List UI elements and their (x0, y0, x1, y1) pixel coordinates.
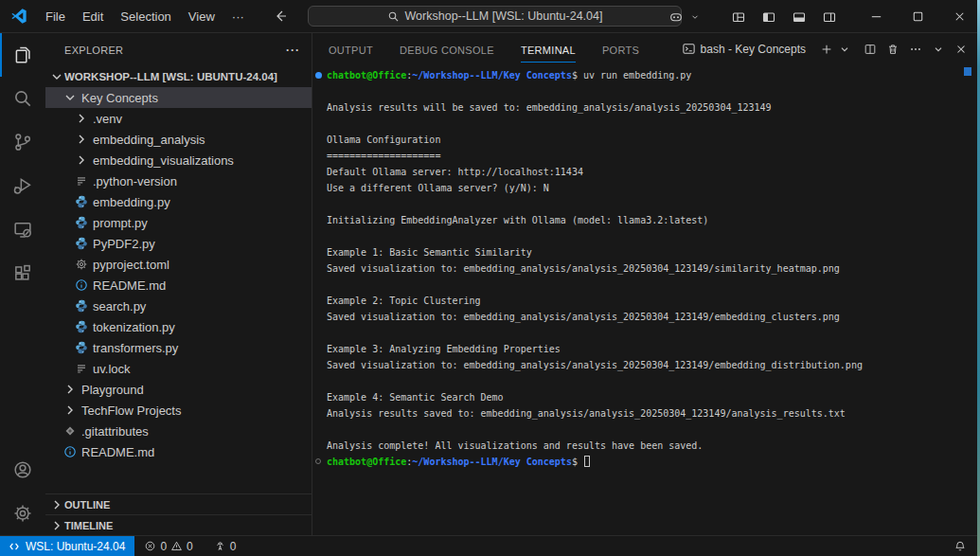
tree-item-label: Key Concepts (81, 91, 158, 105)
tree-item-embedding-visualizations[interactable]: embedding_visualizations (45, 150, 312, 170)
tree-item-search-py[interactable]: search.py (45, 296, 312, 316)
outline-section-header[interactable]: OUTLINE (45, 493, 312, 514)
tree-item-label: prompt.py (93, 216, 148, 230)
panel-tab-terminal[interactable]: TERMINAL (521, 38, 576, 63)
copilot-button[interactable] (662, 4, 700, 30)
terminal-line (312, 325, 980, 341)
explorer-more-actions-icon[interactable]: ··· (286, 44, 300, 57)
new-terminal-button[interactable] (815, 38, 838, 61)
command-success-marker (315, 72, 322, 79)
menu-edit[interactable]: Edit (74, 7, 112, 27)
python-icon (74, 194, 89, 209)
search-icon (12, 88, 33, 109)
panel-tab-ports[interactable]: PORTS (602, 38, 639, 62)
tree-item-embedding-py[interactable]: embedding.py (45, 191, 312, 212)
terminal-line: Saved visualization to: embedding_analys… (312, 357, 980, 373)
notifications-bell-icon[interactable] (953, 540, 967, 553)
tree-item-venv[interactable]: .venv (45, 108, 312, 129)
activity-explorer[interactable] (0, 33, 45, 77)
tree-item-uv-lock[interactable]: uv.lock (45, 358, 312, 379)
tree-item-label: .python-version (93, 174, 177, 188)
panel-tab-debug-console[interactable]: DEBUG CONSOLE (400, 38, 494, 62)
python-icon (74, 215, 89, 230)
activity-source-control[interactable] (0, 120, 45, 164)
tree-item-techflow-projects[interactable]: TechFlow Projects (45, 400, 312, 421)
activity-settings[interactable] (0, 492, 45, 535)
close-button[interactable] (938, 0, 980, 33)
chevron-right-icon (49, 497, 64, 512)
more-actions-icon[interactable] (904, 38, 927, 61)
nav-back-icon[interactable] (266, 3, 294, 29)
explorer-title: EXPLORER (64, 45, 123, 56)
terminal-line (312, 421, 980, 438)
activity-remote-explorer[interactable] (0, 207, 45, 251)
menu-view[interactable]: View (180, 7, 223, 27)
terminal-output[interactable]: chatbot@Office:~/Workshop--LLM/Key Conce… (312, 64, 980, 535)
toggle-secondary-sidebar-icon[interactable] (815, 4, 844, 30)
radio-tower-icon (214, 540, 226, 552)
split-terminal-button[interactable] (859, 38, 882, 61)
toggle-panel-icon[interactable] (785, 4, 813, 30)
tree-item-label: embedding.py (93, 195, 170, 209)
warning-icon (170, 540, 183, 552)
hide-panel-chevron-icon[interactable] (927, 38, 950, 61)
kill-terminal-button[interactable] (882, 38, 904, 61)
customize-layout-icon[interactable] (724, 4, 753, 30)
tree-item-readme-md[interactable]: README.md (45, 275, 312, 296)
terminal-session-label[interactable]: bash - Key Concepts (682, 42, 806, 56)
extensions-icon (12, 262, 33, 283)
ports-indicator[interactable]: 0 (214, 540, 237, 553)
activity-search[interactable] (0, 77, 45, 120)
tree-item-pyproject-toml[interactable]: pyproject.toml (45, 254, 312, 275)
tree-item-prompt-py[interactable]: prompt.py (45, 212, 312, 233)
command-center[interactable]: Workshop--LLM [WSL: Ubuntu-24.04] (308, 6, 682, 27)
terminal-line: Saved visualization to: embedding_analys… (312, 260, 980, 277)
terminal-cursor (584, 456, 590, 467)
minimize-button[interactable] (855, 0, 897, 33)
tree-item-label: embedding_visualizations (93, 153, 234, 168)
maximize-button[interactable] (897, 0, 938, 33)
tree-item-embedding-analysis[interactable]: embedding_analysis (45, 129, 312, 150)
menu-file[interactable]: File (37, 7, 74, 27)
chevron-right-icon (74, 132, 89, 147)
timeline-section-header[interactable]: TIMELINE (45, 514, 312, 535)
terminal-line: Analysis complete! All visualizations an… (312, 438, 980, 454)
tree-item-key-concepts[interactable]: Key Concepts (45, 87, 312, 108)
panel-tabs: OUTPUTDEBUG CONSOLETERMINALPORTS (329, 41, 666, 58)
terminal-line: Saved visualization to: embedding_analys… (312, 309, 980, 325)
tree-item-python-version[interactable]: .python-version (45, 170, 312, 191)
remote-indicator[interactable]: WSL: Ubuntu-24.04 (0, 536, 134, 556)
bottom-panel: OUTPUTDEBUG CONSOLETERMINALPORTS bash - … (312, 33, 980, 535)
tree-item-pypdf2-py[interactable]: PyPDF2.py (45, 233, 312, 254)
problems-indicator[interactable]: 0 0 (144, 540, 192, 553)
tree-item-label: tokenization.py (93, 320, 175, 334)
menu-selection[interactable]: Selection (112, 7, 179, 27)
copilot-icon (662, 4, 690, 30)
python-icon (74, 298, 89, 314)
terminal-line (312, 116, 980, 132)
toggle-primary-sidebar-icon[interactable] (755, 4, 783, 30)
terminal-line: Default Ollama server: http://localhost:… (312, 164, 980, 180)
chevron-right-icon (62, 403, 78, 418)
panel-tab-output[interactable]: OUTPUT (329, 38, 373, 62)
activity-accounts[interactable] (0, 448, 45, 492)
tree-item-playground[interactable]: Playground (45, 379, 312, 400)
tree-item-gitattributes[interactable]: .gitattributes (45, 421, 312, 441)
search-icon (387, 10, 400, 23)
activity-run-and-debug[interactable] (0, 164, 45, 207)
account-icon (12, 459, 33, 480)
menu-more[interactable]: ··· (223, 7, 253, 27)
workspace-root-row[interactable]: WORKSHOP--LLM [WSL: UBUNTU-24.04] (45, 66, 312, 87)
terminal-line (312, 373, 980, 389)
activity-extensions[interactable] (0, 251, 45, 295)
tree-item-tokenization-py[interactable]: tokenization.py (45, 316, 312, 337)
launch-profile-chevron-icon[interactable] (838, 38, 851, 61)
tree-item-label: search.py (93, 299, 146, 314)
terminal-line: Example 4: Semantic Search Demo (312, 389, 980, 405)
chevron-down-icon (690, 12, 700, 22)
terminal-line: Example 2: Topic Clustering (312, 293, 980, 309)
tree-item-readme-md[interactable]: README.md (45, 441, 312, 462)
tree-item-transformers-py[interactable]: transformers.py (45, 337, 312, 358)
lines-icon (74, 361, 89, 376)
close-panel-icon[interactable] (950, 38, 972, 61)
